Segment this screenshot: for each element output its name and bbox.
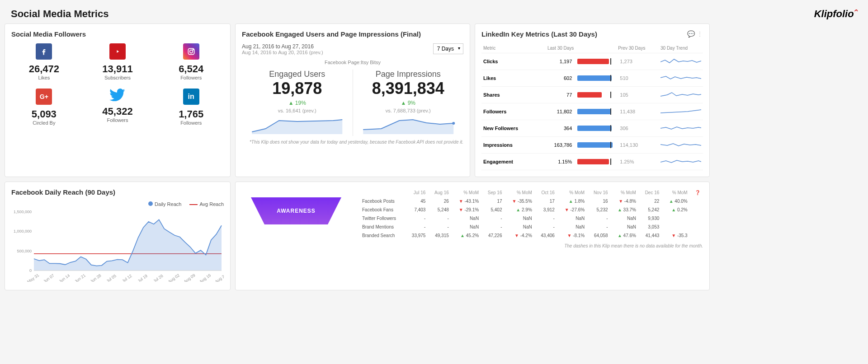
awareness-card: AWARENESS Jul 16Aug 16% MoMSep 16% MoMOc… bbox=[235, 182, 710, 290]
li-row-new-followers: New Followers 364 306 bbox=[481, 120, 703, 137]
mom-col: % MoM bbox=[505, 188, 535, 197]
col-trend: 30 Day Trend bbox=[659, 43, 703, 53]
trendline bbox=[660, 157, 701, 166]
mom-col: % MoM bbox=[662, 188, 690, 197]
mom-note: The dashes in this Klip mean there is no… bbox=[359, 243, 703, 248]
follower-facebook[interactable]: 26,472 Likes bbox=[11, 43, 77, 80]
follower-value: 1,765 bbox=[179, 108, 203, 120]
funnel-stage[interactable]: AWARENESS bbox=[251, 197, 341, 224]
metric-name: Followers bbox=[481, 103, 534, 120]
mom-col: % MoM bbox=[452, 188, 481, 197]
trendline bbox=[660, 73, 701, 82]
mom-col: Dec 16 bbox=[639, 188, 662, 197]
follower-label: Subscribers bbox=[104, 75, 131, 80]
follower-instagram[interactable]: 6,524 Followers bbox=[158, 43, 224, 80]
metric-prev: 105 bbox=[616, 87, 659, 103]
fb-note: *This Klip does not show your data for t… bbox=[242, 140, 463, 145]
mom-row: Facebook Fans7,4035,248▼ -29.1%5,402▲ 2.… bbox=[359, 205, 703, 214]
metric-prev: 1,273 bbox=[616, 53, 659, 70]
svg-text:500,000: 500,000 bbox=[17, 249, 32, 253]
svg-text:Jul 19: Jul 19 bbox=[137, 274, 148, 282]
svg-text:Jul 12: Jul 12 bbox=[121, 274, 132, 282]
youtube-icon bbox=[109, 43, 126, 63]
card-menu-icon[interactable]: 💬 ⋮ bbox=[687, 30, 703, 37]
trendline bbox=[660, 123, 701, 132]
follower-value: 6,524 bbox=[179, 63, 203, 75]
mom-row: Brand Mentions--NaN-NaN-NaN-NaN3,053 bbox=[359, 223, 703, 231]
li-row-engagement: Engagement 1.15% 1.25% bbox=[481, 154, 703, 170]
metric-name: Clicks bbox=[481, 53, 534, 70]
li-row-shares: Shares 77 105 bbox=[481, 87, 703, 103]
metric-delta: ▲ 9% bbox=[358, 100, 459, 106]
metric-cur: 602 bbox=[534, 70, 576, 87]
trendline bbox=[660, 107, 701, 116]
metric-value: 8,391,834 bbox=[358, 79, 459, 98]
followers-card: Social Media Followers 26,472 Likes 13,9… bbox=[5, 23, 231, 177]
mom-row: Facebook Posts4526▼ -43.1%17▼ -35.5%17▲ … bbox=[359, 197, 703, 205]
follower-label: Circled By bbox=[33, 120, 55, 126]
metric-prev: 306 bbox=[616, 120, 659, 137]
svg-text:1,500,000: 1,500,000 bbox=[14, 210, 32, 214]
follower-youtube[interactable]: 13,911 Subscribers bbox=[85, 43, 151, 80]
sparkline bbox=[246, 116, 348, 134]
funnel: AWARENESS bbox=[242, 188, 350, 233]
help-icon[interactable]: ❓ bbox=[690, 188, 703, 197]
follower-linkedin[interactable]: in 1,765 Followers bbox=[158, 89, 224, 126]
brand-logo: Klipfolioˆ bbox=[814, 8, 857, 20]
trendline bbox=[660, 140, 701, 149]
sparkline bbox=[358, 116, 459, 134]
reach-chart: 0500,0001,000,0001,500,000May 31Jun 07Ju… bbox=[11, 210, 224, 282]
follower-twitter[interactable]: 45,322 Followers bbox=[85, 89, 151, 126]
metric-value: 19,878 bbox=[246, 79, 348, 98]
metric-cur: 364 bbox=[534, 120, 576, 137]
li-row-likes: Likes 602 510 bbox=[481, 70, 703, 87]
metric-prev: vs. 7,688,733 (prev.) bbox=[358, 108, 459, 113]
metric-name: Likes bbox=[481, 70, 534, 87]
metric-prev: vs. 16,641 (prev.) bbox=[246, 108, 348, 113]
follower-label: Followers bbox=[107, 117, 128, 123]
col-prev30: Prev 30 Days bbox=[616, 43, 659, 53]
svg-text:May 31: May 31 bbox=[26, 273, 40, 282]
svg-text:0: 0 bbox=[29, 268, 32, 273]
mom-row: Twitter Followers--NaN-NaN-NaN-NaN9,930 bbox=[359, 214, 703, 223]
metric-cur: 11,802 bbox=[534, 103, 576, 120]
metric-prev: 11,438 bbox=[616, 103, 659, 120]
metric-label: Page Impressions bbox=[358, 70, 459, 79]
li-row-followers: Followers 11,802 11,438 bbox=[481, 103, 703, 120]
trendline bbox=[660, 56, 701, 65]
mom-col: % MoM bbox=[557, 188, 587, 197]
follower-label: Followers bbox=[180, 75, 202, 80]
reach-title: Facebook Daily Reach (90 Days) bbox=[11, 188, 224, 196]
svg-text:Jul 05: Jul 05 bbox=[105, 274, 117, 282]
metric-cur: 77 bbox=[534, 87, 576, 103]
col-last30: Last 30 Days bbox=[534, 43, 576, 53]
svg-text:1,000,000: 1,000,000 bbox=[14, 229, 32, 233]
follower-googleplus[interactable]: G+ 5,093 Circled By bbox=[11, 89, 77, 126]
follower-value: 13,911 bbox=[102, 63, 132, 75]
facebook-icon bbox=[36, 43, 52, 63]
page-name: Facebook Page:Itsy Bitsy bbox=[242, 60, 463, 65]
metric-prev: 510 bbox=[616, 70, 659, 87]
metric-name: Shares bbox=[481, 87, 534, 103]
svg-text:Aug 02: Aug 02 bbox=[167, 273, 180, 282]
range-select[interactable]: 7 Days bbox=[433, 43, 463, 54]
follower-label: Followers bbox=[180, 120, 202, 126]
svg-text:Jun 14: Jun 14 bbox=[58, 273, 71, 282]
followers-title: Social Media Followers bbox=[11, 30, 224, 38]
linkedin-card: 💬 ⋮ LinkedIn Key Metrics (Last 30 Days) … bbox=[475, 23, 710, 177]
date-range-prev: Aug 14, 2016 to Aug 20, 2016 (prev.) bbox=[242, 50, 323, 55]
legend-avg: Avg Reach bbox=[189, 201, 224, 207]
mom-col: Sep 16 bbox=[481, 188, 505, 197]
mom-row: Branded Search33,97549,315▲ 45.2%47,226▼… bbox=[359, 231, 703, 240]
instagram-icon bbox=[183, 43, 199, 63]
linkedin-icon: in bbox=[183, 89, 199, 108]
page-impressions-metric: Page Impressions 8,391,834 ▲ 9% vs. 7,68… bbox=[353, 70, 464, 136]
svg-text:Jun 28: Jun 28 bbox=[90, 273, 102, 282]
metric-name: Impressions bbox=[481, 137, 534, 154]
metric-cur: 1.15% bbox=[534, 154, 576, 170]
svg-text:Aug 16: Aug 16 bbox=[198, 273, 212, 282]
trendline bbox=[660, 90, 701, 99]
mom-col bbox=[359, 188, 406, 197]
follower-label: Likes bbox=[38, 75, 50, 80]
page-title: Social Media Metrics bbox=[11, 8, 108, 20]
